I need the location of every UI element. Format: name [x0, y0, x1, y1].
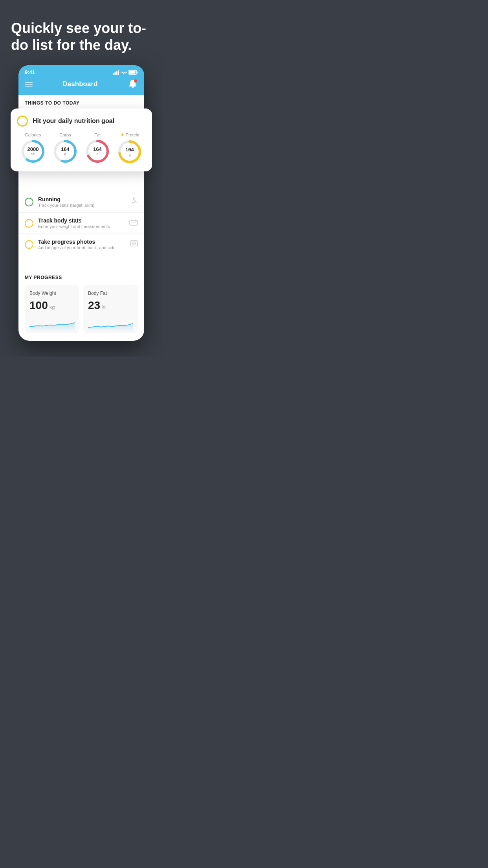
svg-point-8: [134, 79, 137, 83]
carbs-value: 164: [61, 147, 70, 152]
todo-item-photos[interactable]: Take progress photos Add images of your …: [18, 234, 144, 255]
notification-bell[interactable]: [128, 79, 138, 89]
status-icons: [113, 70, 138, 75]
wifi-icon: [121, 70, 127, 75]
body-weight-card[interactable]: Body Weight 100 kg: [25, 285, 79, 333]
nav-bar: Dashboard: [18, 75, 144, 95]
calories-value: 2000: [28, 147, 39, 152]
nutrition-card-title: Hit your daily nutrition goal: [33, 118, 114, 125]
nutrition-checkbox[interactable]: [17, 116, 28, 127]
svg-rect-7: [137, 72, 138, 73]
body-fat-sparkline: [88, 316, 133, 331]
body-weight-unit: kg: [50, 304, 55, 310]
running-subtitle: Track your stats (target: 5km): [38, 203, 125, 208]
svg-point-20: [134, 243, 135, 244]
nutrition-card: Hit your daily nutrition goal Calories 2…: [11, 108, 152, 171]
todo-item-body-stats[interactable]: Track body stats Enter your weight and m…: [18, 213, 144, 234]
nutrition-item-carbs: Carbs 164 g: [53, 132, 78, 164]
body-fat-unit: %: [102, 304, 106, 310]
carbs-unit: g: [61, 153, 70, 156]
body-stats-title: Track body stats: [38, 217, 125, 224]
body-weight-label: Body Weight: [29, 291, 75, 296]
running-icon: [129, 197, 138, 206]
body-stats-text: Track body stats Enter your weight and m…: [38, 217, 125, 229]
body-fat-number: 23: [88, 299, 100, 312]
card-header: Hit your daily nutrition goal: [17, 116, 146, 127]
body-fat-label: Body Fat: [88, 291, 133, 296]
nav-title: Dashboard: [63, 80, 98, 88]
things-todo-header: THINGS TO DO TODAY: [18, 95, 144, 109]
protein-value: 164: [125, 147, 134, 153]
protein-donut: 164 g: [117, 139, 142, 164]
hamburger-menu[interactable]: [25, 82, 33, 86]
hero-title: Quickly see your to-do list for the day.: [11, 20, 152, 53]
calories-label: Calories: [25, 132, 41, 137]
body-weight-value-row: 100 kg: [29, 299, 75, 312]
svg-rect-17: [130, 221, 138, 225]
fat-donut: 164 g: [85, 139, 110, 164]
calories-donut: 2000 cal: [20, 139, 46, 164]
photos-title: Take progress photos: [38, 239, 125, 245]
running-checkbox[interactable]: [25, 198, 33, 206]
protein-star-icon: ★: [120, 132, 125, 138]
svg-point-4: [123, 74, 124, 74]
protein-label: ★ Protein: [120, 132, 139, 138]
svg-rect-6: [129, 71, 136, 74]
photos-text: Take progress photos Add images of your …: [38, 239, 125, 250]
todo-item-running[interactable]: Running Track your stats (target: 5km): [18, 191, 144, 213]
nutrition-grid: Calories 2000 cal Carbs: [17, 132, 146, 164]
signal-icon: [113, 70, 119, 75]
running-text: Running Track your stats (target: 5km): [38, 196, 125, 208]
nutrition-item-protein: ★ Protein 164 g: [117, 132, 142, 164]
phone-frame: 9:41: [18, 65, 144, 341]
running-title: Running: [38, 196, 125, 202]
fat-unit: g: [93, 153, 102, 156]
battery-icon: [128, 70, 138, 75]
photos-subtitle: Add images of your front, back, and side: [38, 245, 125, 250]
photos-icon: [130, 239, 138, 249]
svg-rect-2: [116, 71, 117, 75]
status-bar: 9:41: [18, 65, 144, 75]
progress-section: MY PROGRESS Body Weight 100 kg: [18, 267, 144, 341]
todo-list: Running Track your stats (target: 5km) T…: [18, 191, 144, 255]
progress-cards: Body Weight 100 kg: [25, 285, 138, 341]
svg-rect-3: [118, 70, 119, 75]
fat-value: 164: [93, 147, 102, 152]
carbs-label: Carbs: [59, 132, 71, 137]
fat-label: Fat: [94, 132, 101, 137]
body-fat-value-row: 23 %: [88, 299, 133, 312]
body-stats-subtitle: Enter your weight and measurements: [38, 224, 125, 229]
body-stats-icon: [129, 219, 138, 228]
svg-rect-1: [115, 72, 116, 75]
nutrition-item-calories: Calories 2000 cal: [20, 132, 46, 164]
calories-unit: cal: [28, 153, 39, 156]
photos-checkbox[interactable]: [25, 240, 33, 249]
status-time: 9:41: [25, 69, 35, 75]
svg-rect-0: [113, 73, 114, 75]
progress-title: MY PROGRESS: [25, 275, 138, 280]
hero-section: Quickly see your to-do list for the day.: [0, 0, 163, 65]
protein-unit: g: [125, 153, 134, 157]
body-weight-number: 100: [29, 299, 48, 312]
carbs-donut: 164 g: [53, 139, 78, 164]
nutrition-item-fat: Fat 164 g: [85, 132, 110, 164]
body-weight-sparkline: [29, 316, 75, 331]
body-fat-card[interactable]: Body Fat 23 %: [83, 285, 138, 333]
body-stats-checkbox[interactable]: [25, 219, 33, 228]
